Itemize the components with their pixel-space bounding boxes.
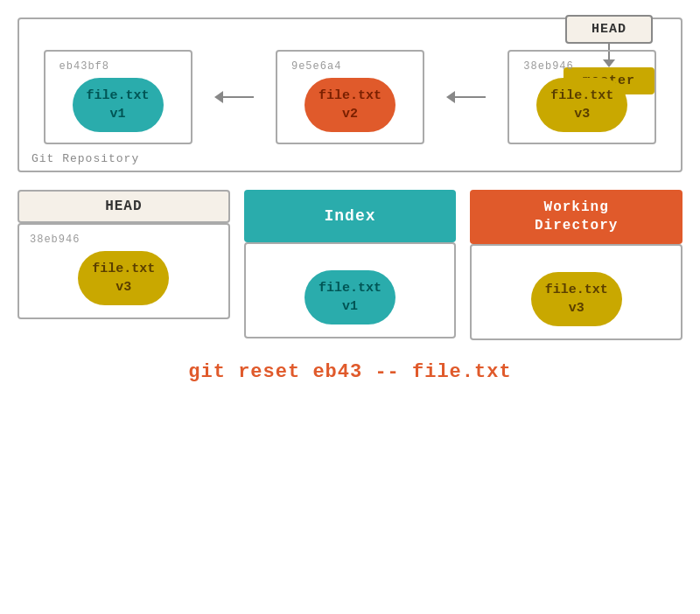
arrow-head-left-2 xyxy=(446,91,455,103)
commit-box-2: 9e5e6a4 file.txtv2 xyxy=(276,50,424,144)
state-box-head: HEAD 38eb946 file.txtv3 xyxy=(18,190,230,319)
state-box-workdir: WorkingDirectory x file.txtv3 xyxy=(470,190,682,340)
state-head-label: HEAD xyxy=(18,190,230,223)
git-repo-section: HEAD master eb43bf8 file.txtv1 xyxy=(18,17,682,172)
git-repo-label: Git Repository xyxy=(32,152,139,165)
arrow-line-h-2 xyxy=(455,96,486,98)
state-index-label: Index xyxy=(244,190,457,242)
state-box-index: Index x file.txtv1 xyxy=(244,190,457,338)
commit-arrow-2 xyxy=(446,91,486,103)
commit-box-1: eb43bf8 file.txtv1 xyxy=(44,50,192,144)
arrow-line-h-1 xyxy=(223,96,254,98)
commit-hash-1: eb43bf8 xyxy=(60,60,109,73)
state-inner-workdir: x file.txtv3 xyxy=(470,244,682,340)
state-inner-index: x file.txtv1 xyxy=(244,242,457,338)
commit-blob-3: file.txtv3 xyxy=(536,78,627,132)
state-workdir-hash: x xyxy=(482,255,489,267)
state-index-hash: x xyxy=(256,253,263,265)
state-head-hash: 38eb946 xyxy=(30,234,80,246)
state-index-blob: file.txtv1 xyxy=(304,270,396,324)
commits-row: eb43bf8 file.txtv1 9e5e6a4 file.txtv2 xyxy=(32,50,668,144)
commit-box-3: 38eb946 file.txtv3 xyxy=(508,50,656,144)
commit-hash-2: 9e5e6a4 xyxy=(291,60,341,73)
arrow-head-left-1 xyxy=(214,91,223,103)
state-inner-head: 38eb946 file.txtv3 xyxy=(18,223,230,319)
main-container: HEAD master eb43bf8 file.txtv1 xyxy=(0,0,700,614)
command-line: git reset eb43 -- file.txt xyxy=(18,361,682,383)
head-label-top: HEAD xyxy=(565,15,653,44)
state-head-blob: file.txtv3 xyxy=(78,251,169,305)
commit-blob-1: file.txtv1 xyxy=(73,78,164,132)
commit-arrow-1 xyxy=(214,91,254,103)
commit-hash-3: 38eb946 xyxy=(523,60,573,73)
state-workdir-blob: file.txtv3 xyxy=(531,272,622,326)
commit-blob-2: file.txtv2 xyxy=(304,78,396,132)
state-workdir-label: WorkingDirectory xyxy=(470,190,682,244)
bottom-section: HEAD 38eb946 file.txtv3 Index x file.txt… xyxy=(18,190,682,340)
